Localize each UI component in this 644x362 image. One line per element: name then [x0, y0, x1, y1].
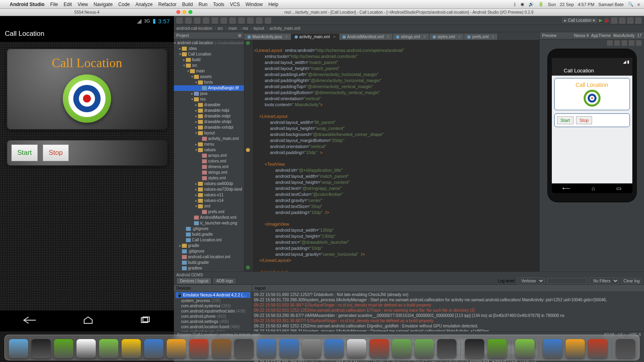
tree-node[interactable]: ▾src [174, 63, 244, 68]
tree-node[interactable]: arrays.xml [174, 153, 244, 158]
forward-icon[interactable] [265, 17, 271, 24]
tree-node[interactable]: ▾values [174, 147, 244, 153]
dock-app[interactable] [437, 339, 456, 358]
tree-node[interactable]: ▸values-v14 [174, 198, 244, 204]
menu-build[interactable]: Build [182, 2, 193, 7]
dock-app[interactable] [543, 339, 562, 358]
tree-node[interactable]: .gitignore [174, 226, 244, 232]
back-button[interactable] [23, 316, 37, 326]
start-button[interactable]: Start [11, 144, 38, 161]
tree-node[interactable]: ▸values-v11 [174, 192, 244, 198]
tree-node[interactable]: ▾xml [174, 204, 244, 209]
logcat-filter[interactable]: No Filters [590, 278, 619, 284]
dock-app[interactable] [588, 339, 607, 358]
dock-app[interactable] [415, 339, 434, 358]
sync-icon[interactable] [194, 17, 200, 24]
dock-app[interactable] [302, 339, 321, 358]
preview-activity[interactable]: MainActivity [613, 33, 635, 38]
tree-node[interactable]: ▸java [174, 91, 244, 97]
dock-app[interactable] [616, 339, 635, 358]
back-icon[interactable] [256, 17, 262, 24]
menubar-date[interactable]: 22 Sep [560, 2, 574, 7]
tree-node[interactable]: ▾main [174, 68, 244, 74]
project-panel-header[interactable]: Project⚙ [174, 32, 244, 39]
tree-node[interactable]: ▸menu [174, 142, 244, 147]
emulator-titlebar[interactable]: 5554:Nexus-4 [0, 9, 174, 16]
help-icon[interactable] [635, 17, 642, 24]
tree-node[interactable]: colors.xml [174, 158, 244, 164]
dock-app[interactable] [279, 339, 299, 358]
cut-icon[interactable] [221, 17, 227, 24]
process-row[interactable]: com.android.location.fused (490) [175, 324, 250, 329]
process-row[interactable]: com.android.inputmethod.latin (438) [175, 309, 250, 314]
project-panel[interactable]: Project⚙ ▾android-call-location(~/Androi… [174, 32, 244, 298]
code-editor[interactable]: <LinearLayout xmlns:android="http://sche… [244, 40, 539, 290]
menubar-time[interactable]: 4:57 PM [578, 2, 594, 7]
dock-app[interactable] [369, 339, 389, 358]
tree-node[interactable]: gradlew [174, 265, 244, 271]
process-row[interactable]: com.android.phone (453) [175, 314, 250, 319]
menu-run[interactable]: Run [198, 2, 207, 7]
tree-node[interactable]: Call Location.iml [174, 237, 244, 243]
menu-view[interactable]: View [78, 2, 88, 7]
tree-node[interactable]: ▾fonts [174, 80, 244, 85]
tree-node[interactable]: ▸drawable-xhdpi [174, 119, 244, 125]
tree-node[interactable]: build.gradle [174, 232, 244, 237]
undo-icon[interactable] [203, 17, 209, 24]
refresh-icon[interactable] [629, 40, 634, 46]
clear-log-button[interactable]: Clear log [621, 278, 642, 284]
find-icon[interactable] [247, 17, 254, 24]
menu-edit[interactable]: Edit [64, 2, 72, 7]
tree-node[interactable]: ▾assets [174, 74, 244, 80]
debug-icon[interactable]: 🐞 [604, 18, 609, 23]
editor-tab[interactable]: styles.xml× [429, 34, 464, 40]
ide-titlebar[interactable]: res/…/activity_main.xml - [Call Location… [174, 9, 644, 16]
avd-icon[interactable] [611, 17, 617, 24]
tree-node[interactable]: ▾layout [174, 130, 244, 136]
open-icon[interactable] [176, 17, 183, 24]
dock-app[interactable] [76, 339, 96, 358]
dock-app[interactable] [465, 339, 484, 358]
process-row[interactable]: com.android.systemui (393) [175, 303, 250, 309]
wifi-icon[interactable]: ◉ [520, 2, 524, 7]
tree-node[interactable]: ▸.idea [174, 46, 244, 51]
editor-tab[interactable]: AndroidManifest.xml× [339, 34, 393, 40]
loglevel-select[interactable]: Verbose [518, 278, 545, 284]
dock-app[interactable] [9, 339, 28, 358]
editor-tab[interactable]: MainActivity.java× [244, 34, 291, 40]
tree-node[interactable]: AndroidManifest.xml [174, 215, 244, 220]
tree-node[interactable]: prefs.xml [174, 209, 244, 215]
menu-window[interactable]: Window [246, 2, 263, 7]
tree-node[interactable]: dimens.xml [174, 164, 244, 170]
tree-node[interactable]: ▸drawable [174, 102, 244, 108]
tree-node[interactable]: ic_launcher-web.png [174, 220, 244, 226]
save-icon[interactable] [185, 17, 192, 24]
tree-node[interactable]: AmputaBangiz.ttf [174, 85, 244, 91]
stop-button[interactable]: Stop [43, 144, 69, 161]
dock-app[interactable] [324, 339, 344, 358]
run-icon[interactable]: ▶ [599, 18, 602, 23]
menu-navigate[interactable]: Navigate [93, 2, 112, 7]
tree-node[interactable]: build.gradle [174, 260, 244, 265]
tree-node[interactable]: styles.xml [174, 175, 244, 181]
preview-api[interactable]: 17 [637, 33, 642, 38]
editor-tab[interactable]: activity_main.xml× [291, 34, 339, 40]
dock-app[interactable] [487, 339, 507, 358]
process-row[interactable]: system_process (298) [175, 298, 250, 303]
dock-app[interactable] [566, 339, 585, 358]
spotlight-icon[interactable]: 🔍 [628, 2, 634, 7]
menubar-user[interactable]: Samael Bate [599, 2, 624, 7]
notification-center-icon[interactable]: ≡ [638, 2, 640, 7]
bluetooth-icon[interactable]: ᛒ [514, 2, 516, 7]
dock-app[interactable] [392, 339, 411, 358]
menu-analyze[interactable]: Analyze [136, 2, 153, 7]
tree-node[interactable]: ▸gradle [174, 243, 244, 249]
dock-app[interactable] [234, 339, 254, 358]
dock-app[interactable] [347, 339, 366, 358]
preview-start-button[interactable]: Start [557, 116, 574, 124]
tree-node[interactable]: ▸drawable-xxhdpi [174, 125, 244, 130]
zoom-fit-icon[interactable] [607, 40, 613, 46]
menubar-app-name[interactable]: Android Studio [10, 2, 45, 7]
dock-app[interactable] [167, 339, 186, 358]
tree-node[interactable]: ▸build [174, 57, 244, 63]
